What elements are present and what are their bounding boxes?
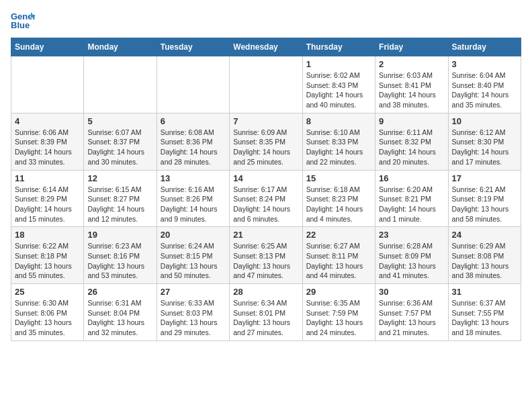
calendar-cell: 20Sunrise: 6:24 AM Sunset: 8:15 PM Dayli… (157, 227, 229, 284)
day-number: 4 (15, 116, 80, 126)
day-number: 19 (87, 230, 152, 240)
calendar-cell: 30Sunrise: 6:36 AM Sunset: 7:57 PM Dayli… (375, 284, 448, 341)
calendar-cell: 31Sunrise: 6:37 AM Sunset: 7:55 PM Dayli… (448, 284, 521, 341)
day-info: Sunrise: 6:20 AM Sunset: 8:21 PM Dayligh… (379, 185, 444, 224)
day-info: Sunrise: 6:24 AM Sunset: 8:15 PM Dayligh… (161, 241, 226, 281)
day-number: 18 (15, 230, 80, 240)
day-number: 13 (161, 173, 226, 183)
calendar-cell: 21Sunrise: 6:25 AM Sunset: 8:13 PM Dayli… (230, 227, 302, 284)
day-number: 7 (233, 116, 298, 126)
day-info: Sunrise: 6:22 AM Sunset: 8:18 PM Dayligh… (15, 241, 80, 281)
weekday-header-row: SundayMondayTuesdayWednesdayThursdayFrid… (11, 38, 521, 56)
calendar-cell: 1Sunrise: 6:02 AM Sunset: 8:43 PM Daylig… (302, 56, 375, 113)
weekday-header-friday: Friday (375, 38, 448, 56)
calendar-cell: 2Sunrise: 6:03 AM Sunset: 8:41 PM Daylig… (375, 56, 448, 113)
weekday-header-monday: Monday (84, 38, 157, 56)
day-number: 8 (306, 116, 371, 126)
day-number: 5 (87, 116, 152, 126)
calendar-cell: 17Sunrise: 6:21 AM Sunset: 8:19 PM Dayli… (448, 170, 521, 227)
day-info: Sunrise: 6:37 AM Sunset: 7:55 PM Dayligh… (452, 298, 517, 338)
calendar-cell: 16Sunrise: 6:20 AM Sunset: 8:21 PM Dayli… (375, 170, 448, 227)
weekday-header-sunday: Sunday (11, 38, 84, 56)
day-number: 24 (452, 230, 517, 240)
day-info: Sunrise: 6:08 AM Sunset: 8:36 PM Dayligh… (161, 128, 226, 167)
day-info: Sunrise: 6:16 AM Sunset: 8:26 PM Dayligh… (161, 185, 226, 224)
day-info: Sunrise: 6:31 AM Sunset: 8:04 PM Dayligh… (87, 298, 152, 338)
calendar-cell (157, 56, 229, 113)
calendar-cell: 23Sunrise: 6:28 AM Sunset: 8:09 PM Dayli… (375, 227, 448, 284)
calendar-week-row: 4Sunrise: 6:06 AM Sunset: 8:39 PM Daylig… (11, 113, 521, 170)
day-info: Sunrise: 6:30 AM Sunset: 8:06 PM Dayligh… (15, 298, 80, 338)
calendar-cell (230, 56, 302, 113)
weekday-header-wednesday: Wednesday (230, 38, 302, 56)
day-info: Sunrise: 6:17 AM Sunset: 8:24 PM Dayligh… (233, 185, 298, 224)
calendar-table: SundayMondayTuesdayWednesdayThursdayFrid… (11, 38, 521, 341)
calendar-cell: 18Sunrise: 6:22 AM Sunset: 8:18 PM Dayli… (11, 227, 84, 284)
day-info: Sunrise: 6:35 AM Sunset: 7:59 PM Dayligh… (306, 298, 371, 338)
calendar-cell: 12Sunrise: 6:15 AM Sunset: 8:27 PM Dayli… (84, 170, 157, 227)
day-number: 3 (452, 59, 517, 69)
day-number: 2 (379, 59, 444, 69)
calendar-cell: 14Sunrise: 6:17 AM Sunset: 8:24 PM Dayli… (230, 170, 302, 227)
day-number: 17 (452, 173, 517, 183)
day-info: Sunrise: 6:12 AM Sunset: 8:30 PM Dayligh… (452, 128, 517, 167)
day-info: Sunrise: 6:27 AM Sunset: 8:11 PM Dayligh… (306, 241, 371, 281)
weekday-header-tuesday: Tuesday (157, 38, 229, 56)
day-number: 31 (452, 287, 517, 297)
day-number: 15 (306, 173, 371, 183)
calendar-cell: 11Sunrise: 6:14 AM Sunset: 8:29 PM Dayli… (11, 170, 84, 227)
day-number: 9 (379, 116, 444, 126)
day-number: 16 (379, 173, 444, 183)
calendar-week-row: 18Sunrise: 6:22 AM Sunset: 8:18 PM Dayli… (11, 227, 521, 284)
day-number: 14 (233, 173, 298, 183)
day-info: Sunrise: 6:15 AM Sunset: 8:27 PM Dayligh… (87, 185, 152, 224)
day-info: Sunrise: 6:29 AM Sunset: 8:08 PM Dayligh… (452, 241, 517, 281)
day-number: 27 (161, 287, 226, 297)
svg-text:Blue: Blue (11, 20, 30, 30)
calendar-cell: 4Sunrise: 6:06 AM Sunset: 8:39 PM Daylig… (11, 113, 84, 170)
day-number: 29 (306, 287, 371, 297)
calendar-cell: 29Sunrise: 6:35 AM Sunset: 7:59 PM Dayli… (302, 284, 375, 341)
page-header: General Blue (11, 11, 521, 31)
day-info: Sunrise: 6:36 AM Sunset: 7:57 PM Dayligh… (379, 298, 444, 338)
calendar-week-row: 11Sunrise: 6:14 AM Sunset: 8:29 PM Dayli… (11, 170, 521, 227)
calendar-cell: 13Sunrise: 6:16 AM Sunset: 8:26 PM Dayli… (157, 170, 229, 227)
day-info: Sunrise: 6:25 AM Sunset: 8:13 PM Dayligh… (233, 241, 298, 281)
day-number: 30 (379, 287, 444, 297)
weekday-header-saturday: Saturday (448, 38, 521, 56)
calendar-cell: 6Sunrise: 6:08 AM Sunset: 8:36 PM Daylig… (157, 113, 229, 170)
calendar-cell: 7Sunrise: 6:09 AM Sunset: 8:35 PM Daylig… (230, 113, 302, 170)
day-info: Sunrise: 6:11 AM Sunset: 8:32 PM Dayligh… (379, 128, 444, 167)
day-number: 22 (306, 230, 371, 240)
day-info: Sunrise: 6:04 AM Sunset: 8:40 PM Dayligh… (452, 71, 517, 110)
calendar-cell: 24Sunrise: 6:29 AM Sunset: 8:08 PM Dayli… (448, 227, 521, 284)
calendar-cell: 28Sunrise: 6:34 AM Sunset: 8:01 PM Dayli… (230, 284, 302, 341)
day-info: Sunrise: 6:10 AM Sunset: 8:33 PM Dayligh… (306, 128, 371, 167)
day-number: 23 (379, 230, 444, 240)
day-number: 10 (452, 116, 517, 126)
calendar-cell: 22Sunrise: 6:27 AM Sunset: 8:11 PM Dayli… (302, 227, 375, 284)
day-number: 6 (161, 116, 226, 126)
day-info: Sunrise: 6:14 AM Sunset: 8:29 PM Dayligh… (15, 185, 80, 224)
calendar-cell: 15Sunrise: 6:18 AM Sunset: 8:23 PM Dayli… (302, 170, 375, 227)
calendar-cell: 27Sunrise: 6:33 AM Sunset: 8:03 PM Dayli… (157, 284, 229, 341)
day-info: Sunrise: 6:02 AM Sunset: 8:43 PM Dayligh… (306, 71, 371, 110)
weekday-header-thursday: Thursday (302, 38, 375, 56)
day-number: 21 (233, 230, 298, 240)
day-info: Sunrise: 6:03 AM Sunset: 8:41 PM Dayligh… (379, 71, 444, 110)
calendar-cell: 3Sunrise: 6:04 AM Sunset: 8:40 PM Daylig… (448, 56, 521, 113)
day-info: Sunrise: 6:07 AM Sunset: 8:37 PM Dayligh… (87, 128, 152, 167)
day-number: 12 (87, 173, 152, 183)
calendar-cell (11, 56, 84, 113)
calendar-cell: 8Sunrise: 6:10 AM Sunset: 8:33 PM Daylig… (302, 113, 375, 170)
day-info: Sunrise: 6:21 AM Sunset: 8:19 PM Dayligh… (452, 185, 517, 224)
day-info: Sunrise: 6:23 AM Sunset: 8:16 PM Dayligh… (87, 241, 152, 281)
day-info: Sunrise: 6:18 AM Sunset: 8:23 PM Dayligh… (306, 185, 371, 224)
day-info: Sunrise: 6:33 AM Sunset: 8:03 PM Dayligh… (161, 298, 226, 338)
calendar-cell: 25Sunrise: 6:30 AM Sunset: 8:06 PM Dayli… (11, 284, 84, 341)
day-info: Sunrise: 6:09 AM Sunset: 8:35 PM Dayligh… (233, 128, 298, 167)
calendar-cell (84, 56, 157, 113)
day-number: 20 (161, 230, 226, 240)
day-number: 1 (306, 59, 371, 69)
day-number: 25 (15, 287, 80, 297)
